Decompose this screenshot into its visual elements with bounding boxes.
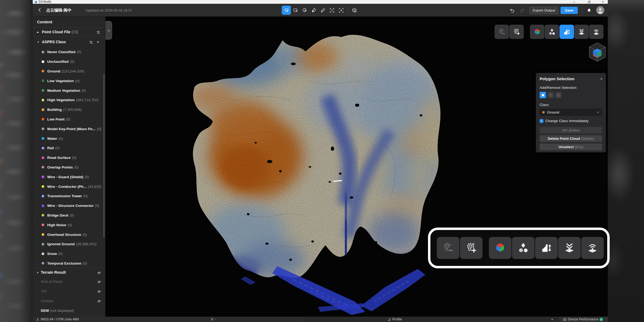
back-button[interactable] bbox=[37, 7, 42, 13]
class-row-wire-conductor-ph[interactable]: Wire - Conductor (Ph...(43,819) bbox=[33, 182, 105, 191]
caret-down-icon[interactable]: ▼ bbox=[36, 271, 39, 274]
minimize-button[interactable] bbox=[572, 0, 577, 4]
class-row-unclassified[interactable]: Unclassified(0) bbox=[33, 57, 105, 67]
brush-selection-button[interactable] bbox=[309, 6, 318, 15]
restore-button[interactable] bbox=[586, 0, 592, 4]
color-by-rgb-button[interactable] bbox=[489, 237, 511, 259]
statusbar-collapse-chevron[interactable] bbox=[551, 317, 554, 322]
class-row-temporal-exclusion[interactable]: Temporal Exclusion(0) bbox=[33, 259, 105, 268]
class-row-low-point[interactable]: Low Point(0) bbox=[33, 115, 105, 124]
circle-selection-button[interactable] bbox=[300, 6, 309, 15]
user-avatar[interactable] bbox=[596, 6, 604, 14]
color-by-class-button[interactable] bbox=[545, 25, 559, 39]
class-row-model-key-point-mass-po[interactable]: Model Key-Point (Mass Po...(0) bbox=[33, 124, 105, 134]
bell-icon bbox=[587, 8, 592, 13]
select-all-button[interactable] bbox=[327, 6, 336, 15]
crs-indicator[interactable]: WGS 84 / UTM zone 48N bbox=[36, 317, 79, 322]
color-by-return-button[interactable] bbox=[558, 237, 581, 259]
subtract-selection-toggle[interactable] bbox=[555, 92, 562, 98]
terrain-item-label: TIN bbox=[41, 289, 47, 293]
class-row-building[interactable]: Building(7,300,658) bbox=[33, 105, 105, 115]
class-row-wire-guard-shield[interactable]: Wire - Guard (Shield)(0) bbox=[33, 172, 105, 182]
class-row-overlap-points[interactable]: Overlap Points(0) bbox=[33, 163, 105, 172]
eye-off-icon[interactable] bbox=[97, 290, 101, 294]
terrain-item-contour[interactable]: Contour bbox=[33, 297, 105, 306]
sidebar-collapse-handle[interactable]: « bbox=[105, 21, 112, 40]
view-cube[interactable] bbox=[588, 42, 607, 64]
new-selection-toggle[interactable] bbox=[540, 92, 546, 98]
polygon-selection-button[interactable] bbox=[282, 6, 291, 15]
caret-right-icon[interactable]: ▶ bbox=[37, 31, 39, 34]
terrain-result-row[interactable]: ▼ Terrain Result bbox=[33, 268, 105, 277]
add-class-icon[interactable]: + bbox=[97, 40, 99, 44]
class-row-medium-vegetation[interactable]: Medium Vegetation(0) bbox=[33, 86, 105, 95]
ok-button[interactable]: OK(Enter) bbox=[540, 127, 602, 134]
class-row-low-vegetation[interactable]: Low Vegetation(0) bbox=[33, 76, 105, 86]
class-row-high-noise[interactable]: High Noise(0) bbox=[33, 220, 105, 230]
sidebar-scrollbar[interactable] bbox=[104, 74, 104, 237]
point-cloud-terrain[interactable] bbox=[105, 17, 608, 317]
terrain-item-grid-of-points[interactable]: Grid of Points bbox=[33, 277, 105, 287]
eye-off-icon[interactable] bbox=[97, 280, 101, 284]
class-row-high-vegetation[interactable]: High Vegetation(383,714,702) bbox=[33, 95, 105, 105]
checkbox-checked-icon[interactable]: ✓ bbox=[540, 119, 543, 123]
class-row-transmission-tower[interactable]: Transmission Tower(0) bbox=[33, 191, 105, 201]
notifications-button[interactable] bbox=[586, 8, 592, 13]
dem-row[interactable]: DEM(not displayed) bbox=[33, 306, 105, 316]
points-decrease-button[interactable] bbox=[437, 237, 459, 259]
class-dropdown[interactable]: Ground bbox=[540, 109, 602, 116]
point-cloud-file-row[interactable]: ▶ Point Cloud File (23) bbox=[33, 28, 105, 37]
class-row-overhead-structure[interactable]: Overhead Structure(0) bbox=[33, 230, 105, 239]
class-row-snow[interactable]: Snow(0) bbox=[33, 249, 105, 259]
filter-sliders-icon[interactable] bbox=[89, 40, 93, 44]
points-decrease-button[interactable] bbox=[495, 25, 509, 39]
close-button[interactable]: ✕ bbox=[600, 0, 606, 4]
undo-button[interactable] bbox=[509, 8, 515, 14]
color-by-return-button[interactable] bbox=[574, 25, 589, 39]
points-minus-icon bbox=[498, 28, 506, 36]
deselect-all-button[interactable] bbox=[336, 6, 346, 15]
collapse-panel-icon[interactable]: » bbox=[600, 76, 602, 81]
eye-off-icon[interactable] bbox=[97, 299, 101, 303]
pen-selection-button[interactable] bbox=[318, 6, 327, 15]
device-performance[interactable]: Device Performance ✓ bbox=[563, 317, 603, 322]
class-row-ignored-ground[interactable]: Ignored Ground(39,398,202) bbox=[33, 239, 105, 249]
asprs-class-row[interactable]: ▼ ASPRS Class + bbox=[33, 37, 105, 47]
class-label: Temporal Exclusion bbox=[47, 261, 81, 265]
shapes-icon bbox=[548, 28, 556, 36]
viewport-3d[interactable]: Polygon Selection » Add/Remove Selection… bbox=[105, 17, 608, 317]
select-all-icon bbox=[330, 8, 335, 13]
add-selection-toggle[interactable] bbox=[547, 92, 554, 98]
color-by-elevation-button[interactable] bbox=[559, 25, 574, 39]
class-row-never-classified[interactable]: Never Classified(0) bbox=[33, 47, 105, 57]
unselect-button[interactable]: Unselect(Esc) bbox=[540, 144, 602, 150]
change-class-checkbox-row[interactable]: ✓ Change Class Immediately bbox=[540, 119, 602, 123]
points-plus-icon bbox=[513, 28, 521, 36]
class-row-bridge-deck[interactable]: Bridge Deck(0) bbox=[33, 211, 105, 220]
points-increase-button[interactable] bbox=[509, 25, 524, 39]
export-output-button[interactable]: Export Output bbox=[529, 7, 558, 14]
class-row-water[interactable]: Water(0) bbox=[33, 134, 105, 143]
delete-point-cloud-button[interactable]: Delete Point Cloud(Delete) bbox=[540, 135, 602, 142]
profile-tool[interactable]: Profile bbox=[387, 317, 402, 322]
class-color-dot bbox=[42, 79, 44, 82]
redo-button[interactable] bbox=[519, 8, 525, 14]
color-by-elevation-button[interactable] bbox=[535, 237, 558, 259]
eye-off-icon[interactable] bbox=[97, 271, 101, 275]
class-row-wire-structure-connector[interactable]: Wire - Structure Connector(0) bbox=[33, 201, 105, 211]
class-row-ground[interactable]: Ground(133,244,329) bbox=[33, 67, 105, 76]
model-settings-button[interactable] bbox=[350, 6, 359, 15]
color-by-intensity-button[interactable] bbox=[589, 25, 603, 39]
rectangle-selection-button[interactable] bbox=[291, 6, 300, 15]
class-row-rail[interactable]: Rail(0) bbox=[33, 143, 105, 153]
caret-down-icon[interactable]: ▼ bbox=[37, 41, 39, 43]
color-by-rgb-button[interactable] bbox=[530, 25, 544, 39]
project-title[interactable]: 点云编辑-阆中 bbox=[46, 8, 72, 13]
filter-sliders-icon[interactable] bbox=[96, 30, 100, 34]
save-button[interactable]: Save bbox=[561, 7, 578, 14]
points-increase-button[interactable] bbox=[460, 237, 482, 259]
color-by-intensity-button[interactable] bbox=[581, 237, 604, 259]
color-by-class-button[interactable] bbox=[512, 237, 535, 259]
class-row-road-surface[interactable]: Road Surface(0) bbox=[33, 153, 105, 163]
terrain-item-tin[interactable]: TIN bbox=[33, 287, 105, 297]
